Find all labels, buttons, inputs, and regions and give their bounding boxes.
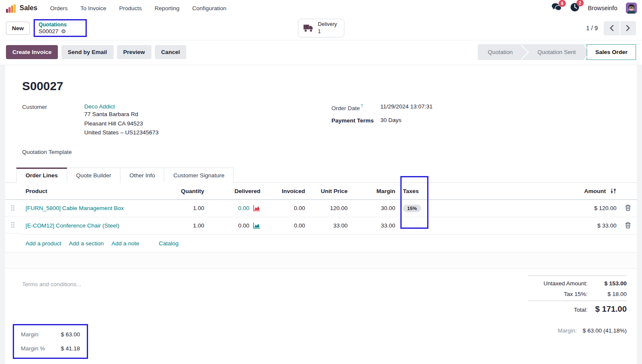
column-product[interactable]: Product xyxy=(20,183,169,200)
user-avatar[interactable] xyxy=(626,3,637,14)
breadcrumb: Quotations S00027 ⚙ xyxy=(34,19,87,37)
optional-columns-icon[interactable] xyxy=(610,188,616,194)
catalog-link[interactable]: Catalog xyxy=(159,240,179,247)
cell-unit-price[interactable]: 120.00 xyxy=(308,199,350,217)
tax-badge[interactable]: 15% xyxy=(403,205,421,212)
tab-quote-builder[interactable]: Quote Builder xyxy=(67,168,121,183)
add-section-link[interactable]: Add a section xyxy=(69,240,104,247)
cell-unit-price[interactable]: 33.00 xyxy=(308,217,350,234)
customer-link[interactable]: Deco Addict xyxy=(84,103,115,110)
cell-amount: $ 120.00 xyxy=(470,199,619,217)
nav-item-to-invoice[interactable]: To Invoice xyxy=(80,5,106,11)
customer-address-line3: United States – US12345673 xyxy=(84,128,159,137)
table-footer-links: Add a product Add a section Add a note C… xyxy=(5,235,637,253)
drag-handle-icon[interactable] xyxy=(5,200,20,216)
total-value: $ 171.00 xyxy=(593,304,627,314)
customer-address-line1: 77 Santa Barbara Rd xyxy=(84,110,159,119)
help-icon[interactable]: ? xyxy=(361,104,363,108)
delivery-smart-button[interactable]: Delivery 1 xyxy=(298,19,344,37)
column-margin[interactable]: Margin xyxy=(350,183,398,200)
margin-label: Margin xyxy=(21,331,61,338)
sales-app-icon[interactable] xyxy=(6,4,16,13)
pager-value: 1 / 9 xyxy=(586,25,598,31)
send-by-email-button[interactable]: Send by Email xyxy=(61,45,113,59)
nav-item-orders[interactable]: Orders xyxy=(50,5,68,11)
table-header-row: Product Quantity Delivered Invoiced Unit… xyxy=(5,183,637,200)
delete-row-icon[interactable] xyxy=(619,217,637,234)
column-delivered[interactable]: Delivered xyxy=(207,183,263,200)
cell-quantity[interactable]: 1.00 xyxy=(169,217,207,234)
tab-other-info[interactable]: Other Info xyxy=(120,168,164,183)
preview-button[interactable]: Preview xyxy=(117,45,151,59)
user-name[interactable]: Browseinfo xyxy=(588,5,617,11)
margin-summary-label: Margin: xyxy=(558,327,577,334)
main-area: S00027 Customer Deco Addict 77 Santa Bar… xyxy=(0,65,642,364)
cell-delivered[interactable]: 0.00 xyxy=(238,222,249,229)
new-button[interactable]: New xyxy=(6,22,30,35)
state-quotation-sent[interactable]: Quotation Sent xyxy=(524,44,587,60)
column-amount[interactable]: Amount xyxy=(584,188,606,194)
column-quantity[interactable]: Quantity xyxy=(169,183,207,200)
cancel-button[interactable]: Cancel xyxy=(155,45,186,59)
delivery-label: Delivery xyxy=(318,21,337,27)
product-link[interactable]: [E-COM12] Conference Chair (Steel) xyxy=(26,222,120,229)
page-title: S00027 xyxy=(22,80,625,93)
pager-previous-button[interactable] xyxy=(604,21,619,35)
forecast-chart-icon[interactable] xyxy=(253,205,260,211)
payment-terms-value[interactable]: 30 Days xyxy=(380,117,402,124)
messages-badge: 8 xyxy=(559,0,566,7)
margin-summary-value: $ 63.00 (41.18%) xyxy=(582,327,627,334)
margin-percent-value: $ 41.18 xyxy=(61,345,80,352)
cell-margin[interactable]: 33.00 xyxy=(350,217,398,234)
pager-next-button[interactable] xyxy=(620,21,636,35)
nav-item-configuration[interactable]: Configuration xyxy=(192,5,226,11)
new-line-row[interactable] xyxy=(5,253,637,269)
state-quotation[interactable]: Quotation xyxy=(478,44,524,60)
breadcrumb-parent-quotations[interactable]: Quotations xyxy=(39,21,67,28)
cell-taxes[interactable] xyxy=(398,217,470,234)
top-nav: Sales Orders To Invoice Products Reporti… xyxy=(0,0,642,16)
add-product-link[interactable]: Add a product xyxy=(26,240,61,247)
tab-order-lines[interactable]: Order Lines xyxy=(16,168,67,183)
control-panel: New Quotations S00027 ⚙ Delivery 1 1 / 9 xyxy=(0,16,642,40)
order-date-value[interactable]: 11/29/2024 13:07:31 xyxy=(380,103,433,111)
status-bar: Quotation Quotation Sent Sales Order xyxy=(478,44,636,60)
activities-clock-icon[interactable]: 2 xyxy=(570,3,579,14)
notebook-tabs: Order Lines Quote Builder Other Info Cus… xyxy=(5,167,637,183)
delete-row-icon[interactable] xyxy=(619,199,637,217)
app-name: Sales xyxy=(20,4,37,12)
customer-label: Customer xyxy=(22,103,84,137)
cell-delivered[interactable]: 0.00 xyxy=(238,205,249,211)
margin-summary: Margin: $ 63.00 (41.18%) xyxy=(5,316,637,334)
column-unit-price[interactable]: Unit Price xyxy=(308,183,350,200)
nav-item-products[interactable]: Products xyxy=(119,5,142,11)
drag-handle-icon[interactable] xyxy=(5,217,20,233)
product-link[interactable]: [FURN_5800] Cable Management Box xyxy=(26,205,124,211)
terms-and-conditions-input[interactable]: Terms and conditions... xyxy=(22,281,528,316)
cell-invoiced[interactable]: 0.00 xyxy=(263,199,308,217)
table-row[interactable]: [E-COM12] Conference Chair (Steel) 1.00 … xyxy=(5,217,637,234)
column-taxes[interactable]: Taxes xyxy=(398,183,470,200)
tax-value: $ 18.00 xyxy=(593,291,627,297)
add-note-link[interactable]: Add a note xyxy=(111,240,139,247)
state-sales-order[interactable]: Sales Order xyxy=(587,44,636,60)
forecast-chart-icon[interactable] xyxy=(253,222,260,229)
order-lines-table: Product Quantity Delivered Invoiced Unit… xyxy=(5,183,637,235)
create-invoice-button[interactable]: Create Invoice xyxy=(6,45,58,59)
cell-quantity[interactable]: 1.00 xyxy=(169,199,207,217)
untaxed-amount-label: Untaxed Amount: xyxy=(528,280,588,287)
table-row[interactable]: [FURN_5800] Cable Management Box 1.00 0.… xyxy=(5,199,637,217)
delivery-count: 1 xyxy=(318,28,321,34)
column-invoiced[interactable]: Invoiced xyxy=(263,183,308,200)
cell-invoiced[interactable]: 0.00 xyxy=(263,217,308,234)
form-sheet: S00027 Customer Deco Addict 77 Santa Bar… xyxy=(5,65,637,364)
gear-icon[interactable]: ⚙ xyxy=(61,28,66,34)
payment-terms-label: Payment Terms xyxy=(331,117,380,124)
nav-item-reporting[interactable]: Reporting xyxy=(154,5,180,11)
margin-value: $ 63.00 xyxy=(61,331,80,338)
totals-block: Untaxed Amount: $ 153.00 Tax 15%: $ 18.0… xyxy=(528,276,627,316)
cell-margin[interactable]: 30.00 xyxy=(350,199,398,217)
tax-label: Tax 15%: xyxy=(528,291,588,297)
messages-icon[interactable]: 8 xyxy=(551,3,562,13)
tab-customer-signature[interactable]: Customer Signature xyxy=(164,168,234,183)
